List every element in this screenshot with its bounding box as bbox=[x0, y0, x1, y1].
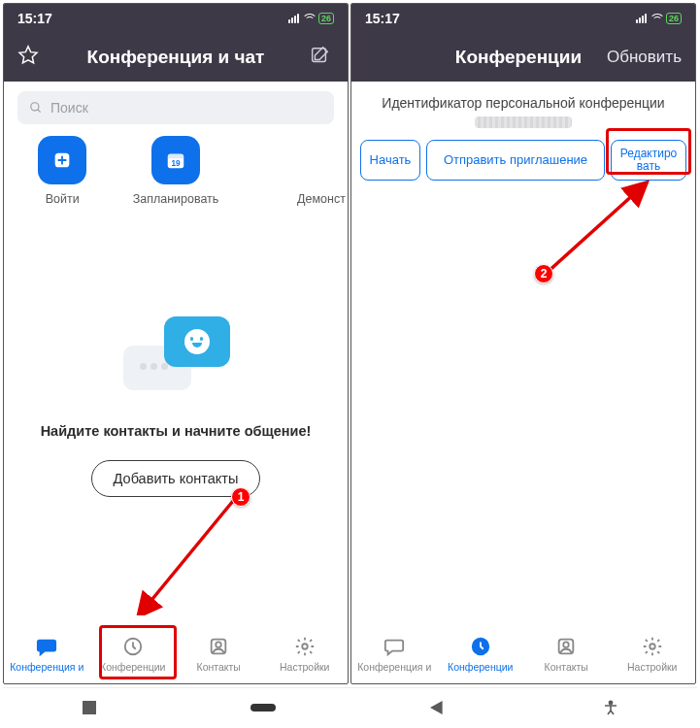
share-label: Демонстраци bbox=[297, 192, 346, 206]
svg-point-13 bbox=[564, 642, 570, 647]
gear-icon bbox=[294, 636, 316, 657]
gear-icon bbox=[642, 636, 663, 657]
personal-id-value-blurred bbox=[475, 116, 572, 128]
compose-icon[interactable] bbox=[309, 45, 334, 70]
tab-contacts[interactable]: Контакты bbox=[176, 624, 262, 683]
status-bar: 15:17 26 bbox=[351, 4, 695, 33]
phone-left: 15:17 26 Конференция и чат Поиск bbox=[3, 3, 349, 684]
svg-point-18 bbox=[609, 701, 612, 704]
schedule-label: Запланировать bbox=[133, 192, 219, 206]
contact-icon bbox=[208, 636, 229, 657]
search-input[interactable]: Поиск bbox=[17, 91, 334, 124]
header-title: Конференция и чат bbox=[43, 47, 309, 68]
recents-button[interactable] bbox=[76, 694, 103, 721]
tab-settings[interactable]: Настройки bbox=[262, 624, 349, 683]
app-header: Конференция и чат bbox=[4, 33, 348, 82]
speech-bubble-icon bbox=[36, 636, 57, 657]
status-time: 15:17 bbox=[17, 11, 52, 26]
home-button[interactable] bbox=[250, 694, 277, 721]
svg-point-14 bbox=[650, 644, 655, 649]
plus-icon bbox=[51, 149, 73, 171]
header-title: Конференции bbox=[433, 47, 604, 68]
svg-rect-17 bbox=[250, 704, 276, 711]
phone-right: 15:17 26 Конференции Обновить Идентифика… bbox=[350, 3, 696, 684]
signal-icon bbox=[636, 14, 647, 23]
search-icon bbox=[29, 101, 43, 115]
wifi-icon bbox=[302, 14, 316, 23]
android-nav-bar bbox=[3, 687, 697, 726]
tab-chat[interactable]: Конференция и bbox=[4, 624, 90, 683]
star-icon[interactable] bbox=[17, 45, 43, 70]
bottom-nav: Конференция и Конференции Контакты Настр… bbox=[351, 623, 695, 683]
clock-icon bbox=[470, 636, 491, 657]
empty-text: Найдите контакты и начните общение! bbox=[41, 423, 312, 439]
action-buttons-row: Начать Отправить приглашение Редактиро в… bbox=[351, 140, 695, 181]
battery-icon: 26 bbox=[318, 13, 334, 24]
tab-settings[interactable]: Настройки bbox=[610, 624, 696, 683]
chat-illustration bbox=[117, 313, 234, 400]
svg-point-9 bbox=[302, 644, 308, 649]
send-invite-button[interactable]: Отправить приглашение bbox=[426, 140, 605, 181]
speech-bubble-icon bbox=[383, 636, 405, 657]
empty-state: Найдите контакты и начните общение! Доба… bbox=[4, 215, 348, 623]
status-bar: 15:17 26 bbox=[4, 4, 348, 33]
accessibility-button[interactable] bbox=[597, 694, 624, 721]
join-label: Войти bbox=[46, 192, 80, 206]
contact-icon bbox=[555, 636, 577, 657]
tab-meetings[interactable]: Конференции bbox=[438, 624, 524, 683]
tab-meetings[interactable]: Конференции bbox=[90, 624, 177, 683]
search-placeholder: Поиск bbox=[50, 100, 88, 116]
clock-icon bbox=[122, 636, 144, 657]
start-button[interactable]: Начать bbox=[360, 140, 420, 181]
status-time: 15:17 bbox=[365, 11, 400, 26]
wifi-icon bbox=[650, 14, 663, 23]
bottom-nav: Конференция и Конференции Контакты Настр… bbox=[4, 623, 348, 683]
svg-point-1 bbox=[31, 103, 39, 111]
battery-icon: 26 bbox=[666, 13, 682, 24]
svg-text:19: 19 bbox=[171, 159, 181, 168]
personal-id-label: Идентификатор персональной конференции bbox=[351, 95, 695, 111]
back-button[interactable] bbox=[423, 694, 450, 721]
tab-contacts[interactable]: Контакты bbox=[523, 624, 610, 683]
calendar-icon: 19 bbox=[165, 149, 186, 171]
app-header: Конференции Обновить bbox=[351, 33, 695, 82]
svg-point-8 bbox=[217, 642, 222, 647]
quick-actions-row: Войти 19 Запланировать Демонстраци bbox=[4, 132, 348, 215]
refresh-button[interactable]: Обновить bbox=[604, 48, 682, 67]
signal-icon bbox=[288, 14, 299, 23]
annotation-badge-1: 1 bbox=[231, 487, 250, 507]
tab-chat[interactable]: Конференция и bbox=[351, 624, 438, 683]
svg-rect-4 bbox=[168, 154, 184, 159]
edit-button[interactable]: Редактиро вать bbox=[611, 140, 686, 181]
annotation-badge-2: 2 bbox=[534, 264, 553, 283]
join-button[interactable] bbox=[38, 136, 86, 184]
svg-rect-16 bbox=[83, 701, 96, 714]
schedule-button[interactable]: 19 bbox=[151, 136, 200, 184]
